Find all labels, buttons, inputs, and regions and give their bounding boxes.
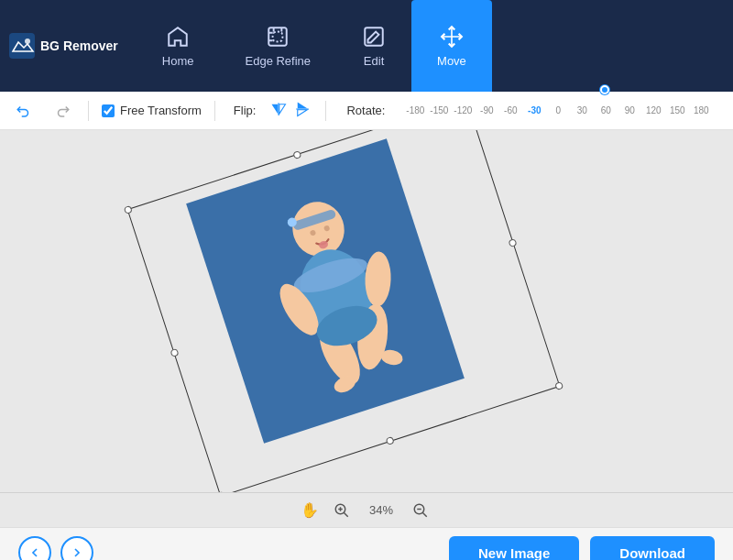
handle-top-middle[interactable] xyxy=(292,149,301,159)
logo: BG Remover xyxy=(9,33,118,59)
download-button[interactable]: Download xyxy=(590,536,715,561)
svg-marker-7 xyxy=(298,103,308,109)
footer-actions: New Image Download xyxy=(449,536,715,561)
logo-icon xyxy=(9,33,35,59)
handle-bottom-right[interactable] xyxy=(554,380,563,390)
transform-box xyxy=(127,130,561,492)
tab-move-label: Move xyxy=(437,54,466,68)
undo-icon xyxy=(16,103,32,119)
tab-move[interactable]: Move xyxy=(411,0,492,92)
svg-rect-2 xyxy=(269,27,288,46)
edge-refine-icon xyxy=(266,25,290,49)
nav-tabs: Home Edge Refine Edit Move xyxy=(137,0,492,92)
image-scene xyxy=(137,147,596,477)
rotate-label: Rotate: xyxy=(346,104,385,117)
divider-3 xyxy=(325,101,326,121)
zoom-in-button[interactable] xyxy=(330,499,354,522)
flip-h-icon xyxy=(270,101,287,117)
canvas-area xyxy=(0,130,733,492)
redo-icon xyxy=(54,103,71,119)
flip-v-icon xyxy=(294,101,311,117)
footer-navigation xyxy=(18,536,93,560)
hand-tool[interactable]: ✋ xyxy=(301,501,319,519)
svg-marker-4 xyxy=(272,104,279,115)
next-button[interactable] xyxy=(60,536,93,560)
free-transform-checkbox[interactable]: Free Transform xyxy=(102,104,202,117)
tab-edit[interactable]: Edit xyxy=(336,0,411,92)
divider-1 xyxy=(88,101,89,121)
redo-button[interactable] xyxy=(49,98,75,124)
undo-button[interactable] xyxy=(11,98,37,124)
tab-edge-refine-label: Edge Refine xyxy=(246,54,312,68)
app-title: BG Remover xyxy=(40,38,118,53)
prev-button[interactable] xyxy=(18,536,51,560)
handle-middle-left[interactable] xyxy=(170,347,179,357)
free-transform-input[interactable] xyxy=(102,104,115,117)
header: BG Remover Home Edge Refine Edit xyxy=(0,0,733,92)
home-icon xyxy=(166,25,190,49)
handle-middle-right[interactable] xyxy=(508,238,517,247)
flip-horizontal-button[interactable] xyxy=(268,99,289,122)
svg-point-1 xyxy=(25,38,30,44)
toolbar: Free Transform Flip: Rotate: -180 -150 -… xyxy=(0,92,733,130)
divider-2 xyxy=(214,101,215,121)
handle-bottom-left[interactable] xyxy=(216,490,225,492)
footer: New Image Download xyxy=(0,527,733,560)
svg-marker-6 xyxy=(279,104,286,115)
bottom-bar: ✋ 34% xyxy=(0,492,733,527)
free-transform-label: Free Transform xyxy=(120,104,202,117)
svg-line-28 xyxy=(344,512,348,517)
svg-line-31 xyxy=(422,512,427,517)
zoom-in-icon xyxy=(334,502,350,519)
zoom-out-icon xyxy=(412,502,429,519)
svg-marker-9 xyxy=(298,110,308,116)
zoom-level: 34% xyxy=(365,503,398,517)
chevron-right-icon xyxy=(70,545,84,560)
new-image-button[interactable]: New Image xyxy=(449,536,579,561)
edit-icon xyxy=(362,25,386,49)
tab-home[interactable]: Home xyxy=(137,0,220,92)
tab-edit-label: Edit xyxy=(364,54,384,68)
flip-label: Flip: xyxy=(234,104,257,117)
tab-home-label: Home xyxy=(162,54,194,68)
move-icon xyxy=(440,25,464,49)
handle-top-left[interactable] xyxy=(124,204,133,214)
tab-edge-refine[interactable]: Edge Refine xyxy=(220,0,337,92)
flip-vertical-button[interactable] xyxy=(292,99,312,122)
flip-buttons xyxy=(268,99,312,122)
zoom-out-button[interactable] xyxy=(409,499,432,522)
handle-bottom-middle[interactable] xyxy=(386,435,395,445)
rotate-display: -180 -150 -120 -90 -60 -30 0 30 60 90 12… xyxy=(403,100,713,122)
chevron-left-icon xyxy=(27,545,42,560)
